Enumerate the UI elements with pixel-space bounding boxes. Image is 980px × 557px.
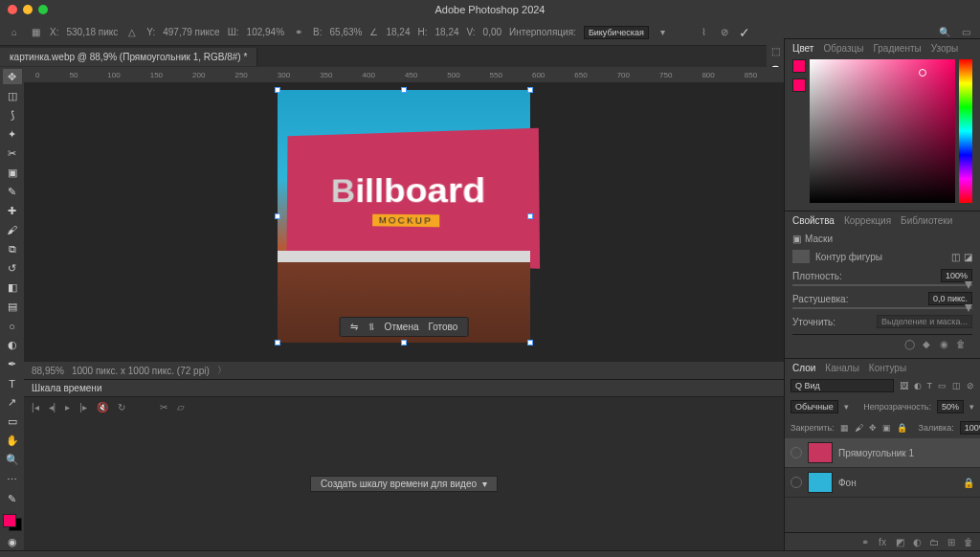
eraser-tool-icon[interactable]: ◧ (3, 280, 22, 296)
shape-tool-icon[interactable]: ▭ (3, 414, 22, 430)
cancel-transform-icon[interactable]: ⊘ (718, 26, 731, 39)
link-icon[interactable]: ⚭ (292, 26, 305, 39)
prop-ic3[interactable]: ◉ (938, 338, 949, 349)
refine-button[interactable]: Выделение и маска... (877, 315, 972, 328)
filter-img-icon[interactable]: 🖼 (900, 381, 908, 390)
frame-tool-icon[interactable]: ▣ (3, 165, 22, 180)
zoom-value[interactable]: 88,95% (32, 366, 64, 376)
tab-swatches[interactable]: Образцы (823, 43, 863, 54)
filter-adj-icon[interactable]: ◐ (914, 381, 922, 390)
hue-slider[interactable] (959, 59, 972, 203)
tab-gradients[interactable]: Градиенты (873, 43, 921, 54)
layer-row[interactable]: Прямоугольник 1 (785, 438, 980, 468)
saturation-box[interactable] (810, 59, 955, 203)
mask-add-icon[interactable]: ◫ (951, 252, 960, 262)
opacity-value[interactable]: 50% (937, 400, 964, 413)
adjustment-icon[interactable]: ◐ (911, 536, 923, 547)
angle-value[interactable]: 18,24 (386, 27, 410, 37)
workspace-icon[interactable]: ▭ (959, 26, 972, 39)
blend-mode[interactable]: Обычные (791, 400, 838, 413)
first-frame-icon[interactable]: |◂ (32, 402, 39, 412)
type-tool-icon[interactable]: T (3, 376, 22, 391)
layer-row[interactable]: Фон 🔒 (785, 468, 980, 498)
play-icon[interactable]: ▸ (65, 402, 70, 412)
doc-info[interactable]: 1000 пикс. x 1000 пикс. (72 ppi) (72, 366, 210, 376)
zoom-window-icon[interactable] (38, 5, 48, 14)
lock-pos-icon[interactable]: ✥ (869, 423, 877, 433)
fx-icon[interactable]: fx (877, 536, 888, 547)
lock-art-icon[interactable]: ▣ (882, 423, 891, 433)
tab-channels[interactable]: Каналы (825, 363, 859, 373)
warp-icon[interactable]: ⌇ (697, 26, 710, 39)
split-icon[interactable]: ✂ (160, 402, 167, 412)
interp-select[interactable]: Бикубическая (584, 26, 649, 39)
zoom-tool-icon[interactable]: 🔍 (3, 453, 22, 468)
transform-tool-icon[interactable]: ▦ (29, 26, 42, 39)
lock-icon[interactable]: 🔒 (963, 478, 974, 488)
tab-color[interactable]: Цвет (792, 43, 813, 54)
timeline-title[interactable]: Шкала времени (24, 380, 784, 397)
blur-tool-icon[interactable]: ○ (3, 319, 22, 334)
heal-tool-icon[interactable]: ✚ (3, 203, 22, 218)
tab-patterns[interactable]: Узоры (931, 43, 959, 54)
close-window-icon[interactable] (8, 5, 17, 14)
prev-frame-icon[interactable]: ◂| (49, 402, 56, 412)
fg-swatch[interactable] (792, 59, 806, 73)
foreground-swatch[interactable] (3, 514, 16, 527)
trash-icon[interactable]: 🗑 (955, 338, 967, 349)
density-slider[interactable] (792, 284, 972, 286)
dodge-tool-icon[interactable]: ◐ (3, 338, 22, 353)
layer-filter[interactable]: Q Вид (791, 379, 894, 392)
layer-name[interactable]: Прямоугольник 1 (838, 448, 914, 458)
transition-icon[interactable]: ▱ (177, 402, 185, 412)
tab-libraries[interactable]: Библиотеки (901, 215, 952, 226)
visibility-icon[interactable] (791, 447, 802, 458)
feather-slider[interactable] (792, 307, 972, 309)
h-value[interactable]: 65,63% (330, 27, 363, 37)
lock-pixels-icon[interactable]: ▦ (840, 423, 849, 433)
chevron-down-icon[interactable]: ▾ (844, 402, 849, 412)
color-tab-icon[interactable]: ⬚ (768, 44, 782, 57)
w-value[interactable]: 102,94% (247, 27, 284, 37)
new-layer-icon[interactable]: ⊞ (946, 536, 957, 547)
fill-value[interactable]: 100% (960, 421, 980, 434)
home-icon[interactable]: ⌂ (8, 26, 21, 39)
edit-toolbar-icon[interactable]: ✎ (3, 491, 22, 506)
gradient-tool-icon[interactable]: ▤ (3, 300, 22, 315)
lock-brush-icon[interactable]: 🖌 (855, 423, 863, 433)
eyedropper-tool-icon[interactable]: ✎ (3, 184, 22, 199)
marquee-tool-icon[interactable]: ◫ (3, 88, 22, 103)
prop-ic2[interactable]: ◆ (921, 338, 932, 349)
quickmask-icon[interactable]: ◉ (3, 535, 22, 550)
visibility-icon[interactable] (791, 477, 802, 488)
search-icon[interactable]: 🔍 (938, 26, 951, 39)
next-frame-icon[interactable]: |▸ (79, 402, 87, 412)
more-tools-icon[interactable]: ⋯ (3, 472, 22, 487)
lasso-tool-icon[interactable]: ⟆ (3, 107, 22, 123)
color-swatches[interactable] (3, 514, 22, 531)
flip-v-icon[interactable]: ⥮ (368, 322, 375, 332)
path-tool-icon[interactable]: ↗ (3, 395, 22, 411)
y-value[interactable]: 497,79 пиксе (163, 27, 219, 37)
chevron-down-icon[interactable]: ▾ (657, 26, 670, 39)
move-tool-icon[interactable]: ✥ (3, 69, 22, 84)
tab-properties[interactable]: Свойства (792, 215, 835, 226)
cancel-button[interactable]: Отмена (385, 322, 419, 332)
feather-value[interactable]: 0,0 пикс. (928, 292, 972, 305)
stamp-tool-icon[interactable]: ⧉ (3, 241, 22, 256)
x-value[interactable]: 530,18 пикс (66, 27, 118, 37)
hand-tool-icon[interactable]: ✋ (3, 434, 22, 449)
crop-tool-icon[interactable]: ✂ (3, 145, 22, 161)
chevron-down-icon[interactable]: ▾ (482, 479, 487, 489)
density-value[interactable]: 100% (941, 269, 972, 282)
layer-thumb[interactable] (808, 442, 833, 463)
filter-type-icon[interactable]: T (927, 381, 933, 390)
layer-name[interactable]: Фон (838, 478, 857, 488)
filter-shape-icon[interactable]: ▭ (938, 381, 947, 390)
layer-thumb[interactable] (808, 472, 833, 493)
tab-layers[interactable]: Слои (792, 363, 815, 373)
flip-h-icon[interactable]: ⇋ (350, 322, 358, 332)
minimize-window-icon[interactable] (23, 5, 33, 14)
pen-tool-icon[interactable]: ✒ (3, 357, 22, 372)
mute-icon[interactable]: 🔇 (97, 402, 108, 412)
